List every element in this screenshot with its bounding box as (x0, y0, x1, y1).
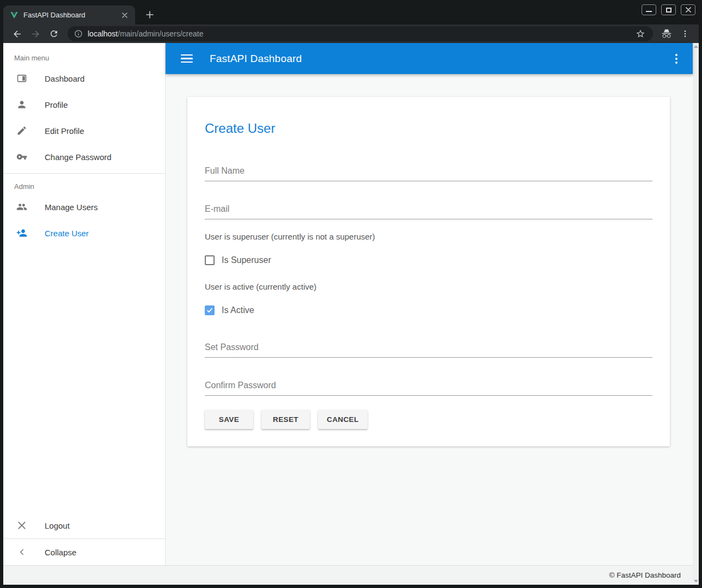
footer-copyright: © FastAPI Dashboard (609, 571, 681, 579)
chevron-left-icon (16, 547, 27, 558)
group-icon (16, 201, 27, 212)
page-scrollbar[interactable] (693, 43, 699, 585)
sidebar-item-label: Create User (45, 229, 89, 238)
person-add-icon (16, 228, 27, 238)
browser-tab[interactable]: FastAPI Dashboard (3, 5, 135, 24)
sidebar-item-label: Edit Profile (45, 126, 84, 136)
url-path: /main/admin/users/create (118, 29, 203, 38)
sidebar-item-label: Manage Users (45, 203, 98, 212)
set-password-input[interactable] (205, 342, 652, 358)
superuser-checkbox-row[interactable]: Is Superuser (205, 255, 652, 265)
sidebar-item-change-password[interactable]: Change Password (3, 144, 165, 170)
window-minimize-button[interactable] (642, 4, 656, 15)
active-checkbox[interactable] (205, 305, 215, 315)
sidebar-item-edit-profile[interactable]: Edit Profile (3, 118, 165, 144)
active-note: User is active (currently active) (205, 282, 652, 291)
save-button[interactable]: SAVE (205, 410, 253, 429)
tab-title: FastAPI Dashboard (23, 11, 115, 19)
reload-button[interactable] (47, 27, 61, 41)
tab-strip: FastAPI Dashboard (3, 0, 699, 24)
window-controls (642, 4, 695, 15)
sidebar-item-dashboard[interactable]: Dashboard (3, 65, 165, 91)
sidebar-item-logout[interactable]: Logout (3, 512, 165, 538)
reset-button[interactable]: RESET (261, 410, 310, 429)
dashboard-icon (16, 73, 27, 84)
full-name-input[interactable] (205, 166, 652, 181)
new-tab-button[interactable] (142, 7, 158, 23)
sidebar-item-manage-users[interactable]: Manage Users (3, 194, 165, 220)
sidebar-item-label: Change Password (45, 152, 112, 162)
window-maximize-button[interactable] (661, 4, 676, 15)
set-password-field-wrap (205, 342, 652, 358)
main-content: Create User User is superuser (currently… (166, 74, 693, 565)
url-host: localhost (88, 29, 118, 38)
superuser-checkbox[interactable] (205, 255, 215, 265)
cancel-button[interactable]: CANCEL (318, 410, 368, 429)
sidebar-item-label: Logout (45, 521, 70, 530)
full-name-field-wrap (205, 166, 652, 181)
page-title: Create User (205, 121, 652, 136)
sidebar: Main menu Dashboard Profile (3, 43, 166, 565)
sidebar-item-profile[interactable]: Profile (3, 91, 165, 118)
pencil-icon (16, 125, 27, 136)
browser-window: FastAPI Dashboard (0, 0, 702, 588)
form-actions: SAVE RESET CANCEL (205, 410, 652, 429)
sidebar-item-collapse[interactable]: Collapse (3, 539, 165, 565)
incognito-icon (659, 26, 674, 41)
email-field-wrap (205, 204, 652, 219)
url-bar[interactable]: localhost/main/admin/users/create (68, 26, 653, 41)
browser-toolbar: localhost/main/admin/users/create (3, 24, 699, 43)
sidebar-item-label: Collapse (45, 548, 76, 557)
sidebar-section-admin: Admin (3, 174, 165, 194)
back-button[interactable] (10, 27, 24, 41)
email-input[interactable] (205, 204, 652, 219)
superuser-note: User is superuser (currently is not a su… (205, 232, 652, 241)
sidebar-item-create-user[interactable]: Create User (3, 220, 165, 246)
scrollbar-up-arrow-icon[interactable] (694, 45, 698, 48)
confirm-password-input[interactable] (205, 381, 652, 396)
hamburger-menu-icon[interactable] (181, 54, 193, 63)
vue-logo-icon (10, 11, 19, 20)
active-checkbox-label: Is Active (222, 305, 254, 315)
app-menu-kebab-icon[interactable] (675, 54, 677, 64)
app-footer: © FastAPI Dashboard (3, 565, 693, 585)
person-icon (16, 99, 27, 110)
sidebar-section-main-menu: Main menu (3, 43, 165, 65)
sidebar-item-label: Profile (45, 100, 68, 109)
tab-close-icon[interactable] (120, 10, 130, 20)
confirm-password-field-wrap (205, 381, 652, 396)
app-page: Main menu Dashboard Profile (3, 43, 693, 585)
scrollbar-down-arrow-icon[interactable] (694, 580, 698, 583)
window-close-button[interactable] (681, 4, 695, 15)
browser-menu-kebab-icon[interactable] (677, 26, 693, 41)
app-title: FastAPI Dashboard (210, 53, 302, 65)
superuser-checkbox-label: Is Superuser (222, 255, 271, 265)
create-user-card: Create User User is superuser (currently… (187, 97, 670, 446)
key-icon (16, 151, 27, 162)
close-x-icon (16, 520, 27, 531)
bookmark-star-icon[interactable] (633, 26, 648, 41)
page-info-icon[interactable] (74, 29, 83, 38)
active-checkbox-row[interactable]: Is Active (205, 305, 652, 315)
app-header: FastAPI Dashboard (166, 43, 693, 74)
forward-button[interactable] (28, 27, 42, 41)
sidebar-item-label: Dashboard (45, 74, 84, 83)
